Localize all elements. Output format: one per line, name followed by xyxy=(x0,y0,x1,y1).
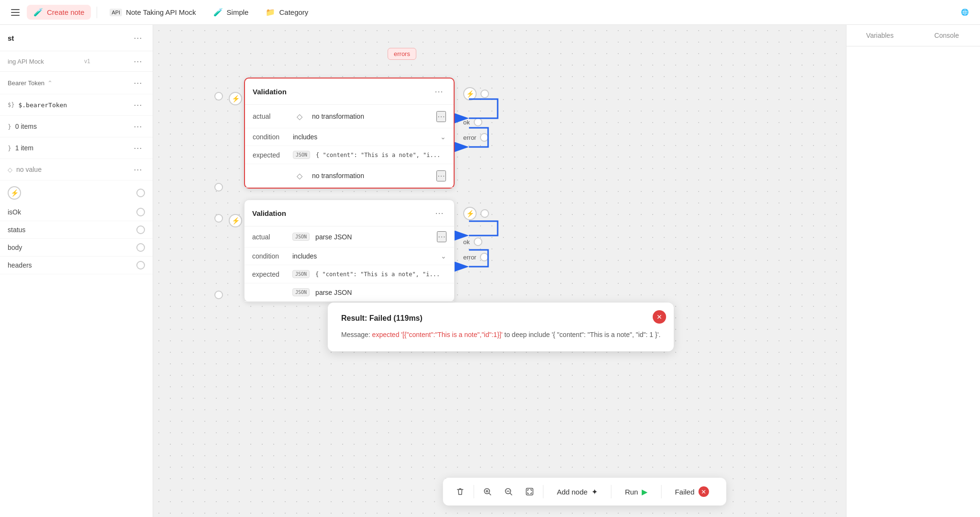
result-close-button[interactable]: ✕ xyxy=(653,310,666,324)
lightning-card1-right[interactable]: ⚡ xyxy=(463,87,477,101)
right-panel-tabs: Variables Console xyxy=(846,25,980,46)
card1-error-row: error xyxy=(463,133,489,142)
connector-status[interactable] xyxy=(136,225,145,234)
items-row-0: } 0 items ⋯ xyxy=(0,116,153,137)
folder-icon: 📁 xyxy=(266,8,275,17)
bearer-label: Bearer Token ⌃ xyxy=(8,79,53,87)
json-badge-1: JSON xyxy=(293,151,310,159)
connector-headers[interactable] xyxy=(136,261,145,270)
lightning-card2-right[interactable]: ⚡ xyxy=(463,207,477,220)
delete-button[interactable] xyxy=(451,482,470,501)
sidebar-toggle-button[interactable] xyxy=(8,5,23,20)
connector-top[interactable] xyxy=(136,189,145,197)
field-isok: isOk xyxy=(0,203,153,221)
error-label-1: error xyxy=(463,134,476,141)
validation-card-1-condition: condition includes ⌄ xyxy=(245,128,454,146)
items-row-0-menu[interactable]: ⋯ xyxy=(131,120,145,133)
svg-rect-0 xyxy=(11,9,20,10)
left-panel-menu-button[interactable]: ⋯ xyxy=(131,32,145,44)
connector-card1-right-top[interactable] xyxy=(480,90,489,98)
card1-top-connectors: ⚡ xyxy=(214,92,242,105)
left-panel-header: st ⋯ xyxy=(0,25,153,51)
svg-rect-1 xyxy=(11,12,20,13)
topbar-right: 🌐 xyxy=(957,5,972,20)
connector-ok-2[interactable] xyxy=(474,237,482,246)
card1-right-connectors: ⚡ ok error xyxy=(463,87,489,142)
tab-simple[interactable]: 🧪 Simple xyxy=(207,5,256,20)
condition-chevron-2[interactable]: ⌄ xyxy=(441,252,446,260)
card2-ok-row: ok xyxy=(463,237,489,246)
ok-label-1: ok xyxy=(463,119,470,126)
validation-card-2: Validation ⋯ actual JSON parse JSON ⋯ co… xyxy=(244,200,455,302)
card2-right-connectors: ⚡ ok error xyxy=(463,207,489,261)
failed-button[interactable]: Failed ✕ xyxy=(665,482,718,502)
braces-icon-1: } xyxy=(8,145,11,152)
connector-isok[interactable] xyxy=(136,208,145,216)
auth-value-row: $} $.bearerToken ⋯ xyxy=(0,94,153,116)
api-menu-button[interactable]: ⋯ xyxy=(131,55,145,67)
validation-card-1-menu[interactable]: ⋯ xyxy=(432,85,446,98)
ok-label-2: ok xyxy=(463,238,470,246)
toolbar-divider-1 xyxy=(474,485,474,498)
items-row-2: ◇ no value ⋯ xyxy=(0,159,153,180)
condition-chevron[interactable]: ⌄ xyxy=(440,133,446,141)
connector-ok-1[interactable] xyxy=(474,118,482,126)
diamond-icon-actual: ◇ xyxy=(293,110,306,123)
lightning-card1[interactable]: ⚡ xyxy=(229,92,242,105)
tab-category[interactable]: 📁 Category xyxy=(259,5,315,20)
fit-button[interactable] xyxy=(520,482,539,501)
validation-card-1: Validation ⋯ actual ◇ no transformation … xyxy=(244,78,455,189)
items-row-1: } 1 item ⋯ xyxy=(0,137,153,159)
sparkle-icon: ✦ xyxy=(591,487,598,496)
result-title: Result: Failed (119ms) xyxy=(341,314,660,323)
connector-error-1[interactable] xyxy=(480,133,489,142)
flask-icon-2: 🧪 xyxy=(213,8,223,17)
lightning-row: ⚡ xyxy=(0,180,153,203)
lightning-icon-left[interactable]: ⚡ xyxy=(8,186,21,200)
connector-card2-right-top[interactable] xyxy=(480,209,489,218)
lightning-card2[interactable]: ⚡ xyxy=(229,214,242,227)
validation-card-2-menu[interactable]: ⋯ xyxy=(432,207,446,219)
zoom-in-button[interactable] xyxy=(478,482,497,501)
field-body: body xyxy=(0,239,153,257)
canvas-area[interactable]: errors ⚡ Validation ⋯ actual ◇ no transf… xyxy=(153,25,846,517)
connector-card1-bottom-left[interactable] xyxy=(214,183,223,191)
tab-console[interactable]: Console xyxy=(913,25,980,46)
connector-error-2[interactable] xyxy=(480,253,489,261)
validation-card-1-actual: actual ◇ no transformation ⋯ xyxy=(245,105,454,128)
tab-divider-1 xyxy=(97,7,97,18)
actual-end-btn[interactable]: ⋯ xyxy=(436,111,446,122)
tab-variables[interactable]: Variables xyxy=(846,25,913,46)
run-button[interactable]: Run ▶ xyxy=(615,483,657,501)
globe-button[interactable]: 🌐 xyxy=(957,5,972,20)
tab-create-note[interactable]: 🧪 Create note xyxy=(27,5,91,20)
validation-card-2-header: Validation ⋯ xyxy=(245,200,454,226)
svg-rect-7 xyxy=(526,488,533,495)
card1-lightning-right: ⚡ xyxy=(463,87,489,101)
connector-card2-left[interactable] xyxy=(214,214,223,223)
actual-end-btn-2[interactable]: ⋯ xyxy=(437,231,446,242)
card2-lightning-right: ⚡ xyxy=(463,207,489,220)
add-node-button[interactable]: Add node ✦ xyxy=(547,483,607,501)
connector-card1-left[interactable] xyxy=(214,92,223,101)
flask-icon: 🧪 xyxy=(33,8,43,17)
connector-card2-bottom[interactable] xyxy=(214,291,223,299)
extra-end-btn[interactable]: ⋯ xyxy=(436,170,446,181)
connector-body[interactable] xyxy=(136,243,145,252)
json-badge-2c: JSON xyxy=(292,288,310,296)
zoom-out-button[interactable] xyxy=(499,482,518,501)
items-row-1-menu[interactable]: ⋯ xyxy=(131,142,145,154)
json-badge-2b: JSON xyxy=(292,270,310,278)
bearer-token-section: Bearer Token ⌃ ⋯ xyxy=(0,72,153,94)
validation-card-1-extra: ◇ no transformation ⋯ xyxy=(245,164,454,188)
bearer-menu-button[interactable]: ⋯ xyxy=(131,77,145,89)
items-row-2-menu[interactable]: ⋯ xyxy=(131,163,145,176)
auth-value-menu[interactable]: ⋯ xyxy=(131,99,145,111)
tab-note-taking-api[interactable]: API Note Taking API Mock xyxy=(103,5,202,19)
field-headers: headers xyxy=(0,257,153,274)
card2-error-row: error xyxy=(463,253,489,261)
toolbar-divider-2 xyxy=(543,485,544,498)
left-panel-title: st xyxy=(8,34,14,42)
validation-card-2-actual: actual JSON parse JSON ⋯ xyxy=(245,226,454,247)
topbar: 🧪 Create note API Note Taking API Mock 🧪… xyxy=(0,0,980,25)
